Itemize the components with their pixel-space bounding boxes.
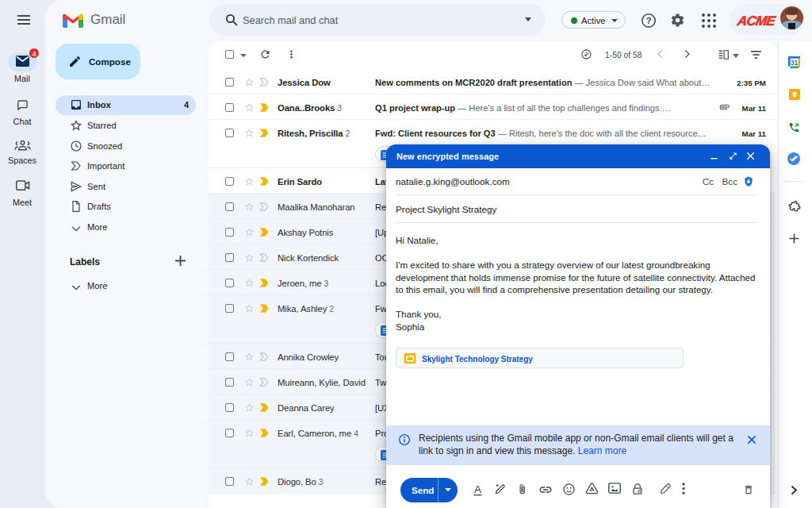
svg-text:?: ? [646,16,652,25]
svg-text:31: 31 [791,60,799,67]
svg-text:A: A [474,483,481,495]
